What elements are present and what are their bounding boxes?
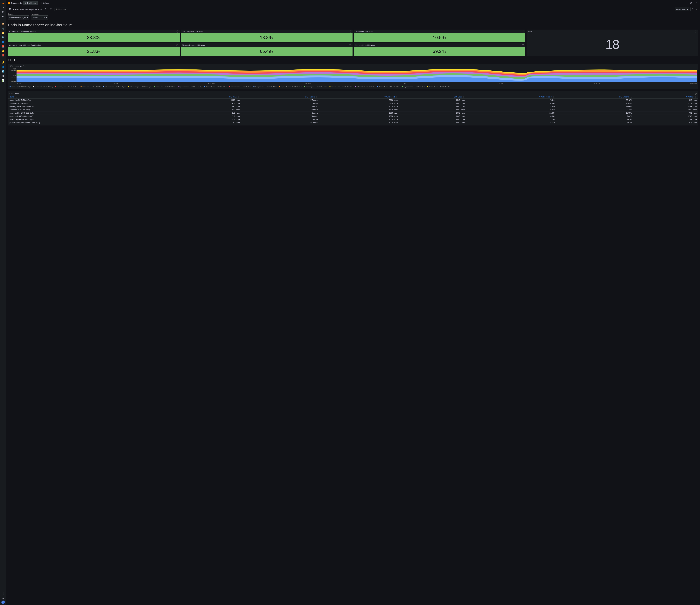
sidebar-item-1[interactable]: 📦: [1, 22, 5, 26]
legend-item[interactable]: productcatalo…c6d9fb6c-n542j: [178, 86, 201, 88]
timerange-picker[interactable]: Last 2 hours ▾: [675, 7, 690, 11]
stat-suffix: %: [271, 37, 273, 40]
legend-item[interactable]: recommendatio…bfff68f-s8i9x: [229, 86, 251, 88]
legend-item[interactable]: adservice-2-…fbd686c-92km7: [154, 86, 176, 88]
table-row[interactable]: adservice-green-79cf665ffd-gjldj21.1 mco…: [8, 118, 698, 121]
stat-value: 39.24: [433, 49, 444, 54]
legend-item[interactable]: adservice-747f75759-l6h6q: [80, 86, 101, 88]
user-avatar[interactable]: F: [1, 601, 5, 604]
legend-item[interactable]: shippingservi…86d8cf5-6qnqw: [304, 86, 327, 88]
table-header[interactable]: CPU Limits⇅▾: [399, 95, 466, 99]
table-header[interactable]: CPU Usage⇅▾: [172, 95, 241, 99]
table-header[interactable]: CPU Limits %⇅▾: [556, 95, 633, 99]
stats-icon[interactable]: [1, 596, 5, 600]
table-row[interactable]: productcatalogservice-6dc6d9fb6c-n542j18…: [8, 121, 698, 124]
table-cell: 81.8 mcore: [633, 121, 698, 124]
table-header[interactable]: CPU Slack⇅▾: [633, 95, 698, 99]
breadcrumb-root[interactable]: Dashboards: [11, 2, 22, 4]
new-dashboard-button[interactable]: Dashboard: [23, 1, 38, 5]
legend-item[interactable]: paymentservic…85fb5c6-4i57o: [279, 86, 302, 88]
info-icon[interactable]: i: [695, 93, 697, 95]
info-icon[interactable]: i: [176, 44, 178, 46]
expand-icon[interactable]: [1, 587, 5, 591]
info-icon[interactable]: i: [522, 44, 524, 46]
apps-icon[interactable]: [1, 15, 5, 19]
legend-item[interactable]: adservice-gree…9cf665ffd-gjldj: [128, 86, 151, 88]
info-icon[interactable]: i: [695, 30, 697, 32]
y-tick: 400 mcore: [9, 68, 16, 71]
sidebar-item-3[interactable]: 🗂️: [1, 31, 5, 35]
refresh-interval-button[interactable]: ▾: [694, 7, 698, 11]
sidebar-item-12[interactable]: ⚙: [1, 74, 5, 78]
info-icon[interactable]: i: [349, 30, 351, 32]
table-row[interactable]: adservice-blue-5f5794589f-8q4wr21.9 mcor…: [8, 112, 698, 115]
legend-item[interactable]: checkoutservi…c8cf69d4-ck4rn: [427, 86, 450, 88]
legend-item[interactable]: paymentservic…5bc695f6-6jvlt: [402, 86, 424, 88]
legend-item[interactable]: adservice-blu…794589f-8q4wr: [103, 86, 126, 88]
sidebar-item-6[interactable]: 🚨: [1, 44, 5, 48]
svg-point-15: [691, 3, 692, 4]
sidebar-item-2[interactable]: 🛒: [1, 26, 5, 30]
legend-item[interactable]: checkoutservi…7d6d7f5-265kc: [204, 86, 227, 88]
sidebar-item-4[interactable]: ⚙️: [1, 35, 5, 39]
legend-item[interactable]: emailservice-…b6fc894f-q87zz: [329, 86, 352, 88]
help-icon[interactable]: [1, 591, 5, 596]
table-header[interactable]: CPU Throttled⇅▾: [241, 95, 319, 99]
top-more-icon[interactable]: [694, 1, 698, 5]
svg-point-23: [46, 10, 46, 10]
legend-dot: [9, 86, 10, 88]
upload-button[interactable]: Upload: [39, 1, 50, 5]
chart-plot[interactable]: [17, 68, 697, 82]
legend-item[interactable]: frontend-757657fd7f-9bvcj: [33, 86, 53, 88]
table-cell: adservice-green-79cf665ffd-gjldj: [8, 118, 172, 121]
svg-rect-5: [3, 16, 4, 16]
table-cell: 200.0 mcore: [319, 105, 400, 108]
sidebar-item-10[interactable]: 💠: [1, 65, 5, 69]
top-help-icon[interactable]: [690, 1, 693, 5]
sidebar-item-7[interactable]: ⚠️: [1, 49, 5, 53]
table-cell: 3.63%: [556, 121, 633, 124]
table-cell: 170.8 mcore: [633, 105, 698, 108]
table-row[interactable]: frontend-757657fd7f-9bvcj47.8 mcore1.5 m…: [8, 102, 698, 105]
refresh-button[interactable]: [691, 7, 694, 11]
table-header[interactable]: CPU Requests⇅▾: [319, 95, 400, 99]
dashboard-more-icon[interactable]: [44, 7, 48, 11]
sidebar-item-9[interactable]: 🔑: [1, 60, 5, 65]
legend-item[interactable]: currencyservi…d8d5d5db-tbvf4: [55, 86, 78, 88]
table-row[interactable]: adservice-747f75759-l6h6q25.3 mcore8.6 m…: [8, 108, 698, 112]
table-cell: 320.0 mcore: [319, 102, 400, 105]
svg-rect-6: [2, 16, 3, 17]
table-cell: 100.0 mcore: [319, 121, 400, 124]
sidebar-item-13[interactable]: 📊: [1, 78, 5, 82]
legend-item[interactable]: checkoutservi…98fb7d8-22t69: [377, 86, 399, 88]
info-icon[interactable]: i: [522, 30, 524, 32]
legend-item[interactable]: cartservice-9b47d56b9-t7jgs: [9, 86, 31, 88]
sidebar-item-11[interactable]: 🧊: [1, 70, 5, 73]
info-icon[interactable]: i: [176, 30, 178, 32]
sidebar-item-8[interactable]: 📕: [1, 53, 5, 57]
grafana-logo-icon[interactable]: [1, 1, 5, 5]
table-header[interactable]: CPU Requests %⇅▾: [466, 95, 556, 99]
chevron-down-icon: ▾: [46, 17, 47, 18]
toggle-panel-icon[interactable]: [8, 7, 12, 11]
legend-dot: [154, 86, 155, 88]
cluster-var-select[interactable]: full-observability-gke ▾: [8, 16, 29, 20]
namespace-var-select[interactable]: online-boutique ▾: [31, 16, 48, 20]
table-cell: 14.08%: [466, 115, 556, 118]
sidebar-item-5[interactable]: 🔵: [1, 40, 5, 44]
y-tick: 0 mcore: [9, 81, 16, 82]
legend-item[interactable]: loadgenerato…cdbd686-wb6dh: [253, 86, 277, 88]
table-header[interactable]: Name⇅▾: [8, 95, 172, 99]
legend-dot: [55, 86, 56, 88]
table-row[interactable]: cartservice-9b47d56b9-t7jgs135.8 mcore27…: [8, 99, 698, 102]
info-icon[interactable]: i: [349, 44, 351, 46]
explore-icon[interactable]: [1, 10, 5, 14]
sync-icon[interactable]: [49, 7, 53, 11]
table-cell: 14.93%: [466, 102, 556, 105]
legend-label: emailservice-…b6fc894f-q87zz: [331, 86, 352, 88]
search-icon[interactable]: [1, 6, 5, 9]
table-row[interactable]: adservice-2-85ffbd686c-92km721.1 mcore7.…: [8, 115, 698, 118]
table-row[interactable]: currencyservice-7bd8d5d5db-tbvf429.2 mco…: [8, 105, 698, 108]
table-cell: adservice-blue-5f5794589f-8q4wr: [8, 112, 172, 115]
legend-item[interactable]: redis-cart-d95c76c4b-bxllz: [355, 86, 375, 88]
